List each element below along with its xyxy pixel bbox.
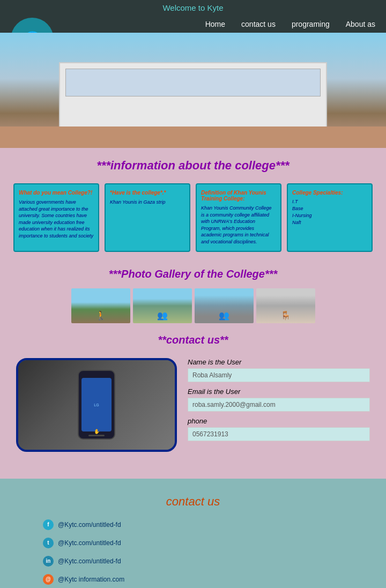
photo-2-people-icon: 👥 (133, 310, 192, 321)
footer-link-2-text: @Kytc.com/untitled-fd (58, 539, 121, 547)
info-card-3: Definition of Khan Younis Training Colle… (196, 183, 281, 252)
info-section: ***information about the college*** What… (0, 148, 386, 263)
footer-dot-2: t (43, 538, 54, 548)
name-label: Name is the User (188, 358, 370, 366)
gallery-section: ***Photo Gallery of the College*** 🚶 👥 👥… (0, 263, 386, 334)
footer-link-1-text: @Kytc.com/untitled-fd (58, 521, 121, 529)
name-input[interactable] (188, 368, 370, 382)
footer-link-1: f @Kytc.com/untitled-fd (43, 519, 375, 530)
hero-image (0, 33, 386, 148)
gallery-photo-3: 👥 (195, 288, 254, 323)
contact-form: Name is the User Email is the User phone (188, 358, 370, 446)
photo-1-people-icon: 🚶 (71, 310, 130, 321)
navbar: 🌐 unrwaالأونروا Home contact us programi… (0, 16, 386, 33)
footer-link-3: in @Kytc.com/untitled-fd (43, 556, 375, 567)
phone-group: phone (188, 417, 370, 441)
specialty-base: Base (292, 206, 367, 211)
info-title: ***information about the college*** (8, 159, 378, 173)
info-card-1: What do you mean College?! Various gover… (13, 183, 99, 252)
gallery-photos: 🚶 👥 👥 🪑 (8, 288, 378, 323)
footer: contact us f @Kytc.com/untitled-fd t @Ky… (0, 479, 386, 588)
phone-image: LG ✋ (16, 358, 177, 452)
footer-dot-4: @ (43, 574, 54, 585)
contact-inner: LG ✋ Name is the User Email is the User … (8, 353, 378, 468)
gallery-photo-4: 🪑 (256, 288, 315, 323)
footer-dot-1: f (43, 519, 54, 530)
info-card-4-list: I.T Base I-Nursing Naft (292, 199, 367, 225)
phone-input[interactable] (188, 427, 370, 441)
gallery-title: ***Photo Gallery of the College*** (8, 268, 378, 280)
nav-home[interactable]: Home (205, 20, 225, 28)
footer-dot-3: in (43, 556, 54, 567)
phone-label: phone (188, 417, 370, 425)
contact-form-section: **contact us** LG ✋ Name is the User Ema… (0, 334, 386, 479)
nav-contact[interactable]: contact us (241, 20, 276, 28)
top-bar: Welcome to Kyte (0, 0, 386, 16)
info-card-4-title: College Specialties: (292, 190, 367, 196)
footer-link-4: @ @Kytc information.com (43, 574, 375, 585)
welcome-text: Welcome to Kyte (162, 3, 223, 12)
photo-3-people-icon: 👥 (195, 310, 254, 321)
footer-link-3-text: @Kytc.com/untitled-fd (58, 557, 121, 565)
footer-links: f @Kytc.com/untitled-fd t @Kytc.com/unti… (11, 519, 375, 588)
building-visual (59, 62, 327, 132)
nav-about[interactable]: About as (346, 20, 375, 28)
info-card-2-title: *Have is the college*.* (110, 190, 185, 196)
info-cards: What do you mean College?! Various gover… (8, 183, 378, 252)
footer-link-2: t @Kytc.com/untitled-fd (43, 538, 375, 548)
footer-link-4-text: @Kytc information.com (58, 576, 124, 583)
specialty-nursing: I-Nursing (292, 213, 367, 218)
info-card-3-body: Khan Younis Community College is a commu… (201, 205, 276, 245)
nav-links: Home contact us programing About as (205, 20, 375, 28)
name-group: Name is the User (188, 358, 370, 382)
info-card-1-body: Various governments have attached great … (19, 199, 94, 240)
hero-building (0, 62, 386, 132)
info-card-2: *Have is the college*.* Khan Younis in G… (105, 183, 190, 252)
info-card-1-title: What do you mean College?! (19, 190, 94, 196)
contact-section-title: **contact us** (8, 334, 378, 346)
info-card-4: College Specialties: I.T Base I-Nursing … (287, 183, 373, 252)
email-input[interactable] (188, 398, 370, 412)
photo-4-people-icon: 🪑 (256, 310, 315, 321)
specialty-naft: Naft (292, 220, 367, 225)
nav-programing[interactable]: programing (292, 20, 330, 28)
email-label: Email is the User (188, 388, 370, 396)
gallery-photo-2: 👥 (133, 288, 192, 323)
specialty-it: I.T (292, 199, 367, 204)
footer-title: contact us (11, 495, 375, 509)
road-visual (0, 126, 386, 148)
phone-screen: LG (81, 378, 112, 431)
email-group: Email is the User (188, 388, 370, 412)
info-card-2-body: Khan Younis in Gaza strip (110, 199, 185, 206)
info-card-3-title: Definition of Khan Younis Training Colle… (201, 190, 276, 202)
gallery-photo-1: 🚶 (71, 288, 130, 323)
